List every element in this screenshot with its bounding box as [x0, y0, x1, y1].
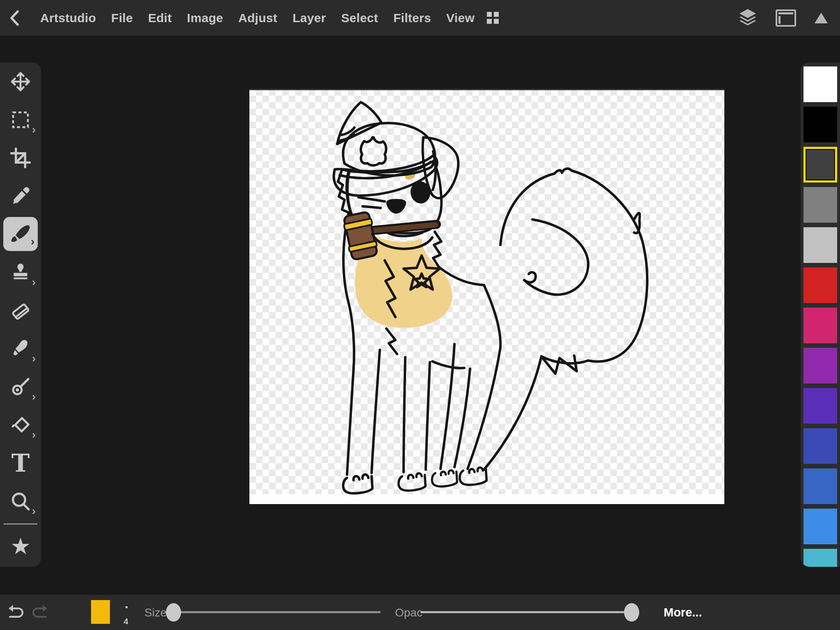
tool-move[interactable]: [0, 62, 41, 100]
submenu-chevron: ›: [32, 353, 36, 364]
menu-adjust[interactable]: Adjust: [238, 11, 277, 25]
color-swatch-2[interactable]: [803, 147, 837, 183]
tool-zoom[interactable]: ›: [0, 482, 41, 520]
opacity-slider[interactable]: [420, 611, 632, 613]
tool-paintbrush[interactable]: ›: [0, 215, 41, 253]
menu-items: Artstudio File Edit Image Adjust Layer S…: [40, 11, 475, 25]
move-icon: [9, 70, 32, 93]
eraser-icon: [9, 299, 32, 322]
opacity-label: Opac: [395, 606, 422, 619]
submenu-chevron: ›: [31, 236, 34, 247]
brush-size-value: 4: [121, 616, 131, 626]
crop-icon: [9, 147, 32, 169]
submenu-chevron: ›: [32, 429, 36, 441]
menu-view[interactable]: View: [446, 11, 475, 25]
undo-icon[interactable]: [6, 602, 25, 621]
back-chevron-icon: [7, 8, 23, 28]
bottom-options-bar: 4 Size Opac More...: [0, 595, 840, 630]
size-slider[interactable]: [165, 611, 381, 613]
submenu-chevron: ›: [32, 506, 36, 517]
brush-size-preview-dot: [126, 606, 128, 608]
tool-smudge[interactable]: ›: [0, 329, 41, 368]
color-swatch-7[interactable]: [803, 348, 837, 383]
zoom-icon: [9, 490, 32, 512]
tool-palette: › › ›: [0, 62, 41, 567]
tool-clone-stamp[interactable]: ›: [0, 253, 41, 291]
artwork-drawing: [249, 89, 724, 504]
tool-favorites[interactable]: ★: [0, 527, 41, 565]
menu-artstudio[interactable]: Artstudio: [40, 11, 96, 25]
layers-icon[interactable]: [737, 7, 759, 29]
paintbrush-icon: [9, 223, 32, 245]
text-tool-icon: T: [11, 451, 30, 475]
menu-layer[interactable]: Layer: [292, 11, 326, 25]
fill-bucket-icon: [9, 414, 32, 436]
color-swatch-11[interactable]: [803, 509, 837, 544]
artstudio-app: Artstudio File Edit Image Adjust Layer S…: [0, 0, 840, 630]
color-swatch-5[interactable]: [803, 267, 837, 303]
color-swatch-0[interactable]: [803, 66, 837, 102]
eyedropper-icon: [9, 185, 32, 207]
marquee-select-icon: [9, 109, 32, 131]
submenu-chevron: ›: [32, 124, 36, 135]
collapse-triangle-icon[interactable]: [813, 11, 829, 25]
color-swatch-12[interactable]: [803, 549, 837, 567]
submenu-chevron: ›: [32, 391, 36, 402]
size-label: Size: [144, 606, 167, 619]
color-swatches: [801, 62, 840, 567]
size-slider-thumb[interactable]: [166, 603, 181, 621]
top-menu-bar: Artstudio File Edit Image Adjust Layer S…: [0, 0, 840, 36]
menu-edit[interactable]: Edit: [148, 11, 172, 25]
gradient-pin-icon: [9, 376, 32, 398]
menu-filters[interactable]: Filters: [393, 11, 431, 25]
workspace-grid-icon[interactable]: [487, 12, 499, 24]
clone-stamp-icon: [9, 261, 32, 283]
tool-fill-bucket[interactable]: ›: [0, 406, 41, 444]
menu-file[interactable]: File: [111, 11, 133, 25]
brush-color-swatch[interactable]: [91, 600, 110, 624]
back-button[interactable]: [0, 0, 30, 36]
color-swatch-3[interactable]: [803, 187, 837, 223]
tool-text[interactable]: T: [0, 444, 41, 482]
menu-image[interactable]: Image: [187, 11, 223, 25]
tool-marquee-select[interactable]: ›: [0, 100, 41, 139]
color-swatch-6[interactable]: [803, 308, 837, 343]
color-swatch-8[interactable]: [803, 388, 837, 424]
favorites-star-icon: ★: [10, 535, 31, 558]
windows-panel-icon[interactable]: [775, 9, 797, 27]
drawing-canvas[interactable]: [249, 89, 724, 504]
tool-gradient-pin[interactable]: ›: [0, 368, 41, 406]
color-swatch-10[interactable]: [803, 468, 837, 504]
redo-icon[interactable]: [31, 602, 50, 621]
tool-eyedropper[interactable]: [0, 177, 41, 215]
opacity-slider-thumb[interactable]: [624, 603, 639, 621]
more-button[interactable]: More...: [664, 606, 702, 619]
color-swatch-1[interactable]: [803, 107, 837, 142]
menu-select[interactable]: Select: [341, 11, 378, 25]
tool-crop[interactable]: [0, 139, 41, 177]
submenu-chevron: ›: [32, 277, 36, 288]
smudge-icon: [9, 338, 32, 360]
color-swatch-4[interactable]: [803, 227, 837, 263]
color-swatch-9[interactable]: [803, 428, 837, 464]
toolbar-divider: [4, 523, 37, 525]
tool-eraser[interactable]: [0, 291, 41, 329]
